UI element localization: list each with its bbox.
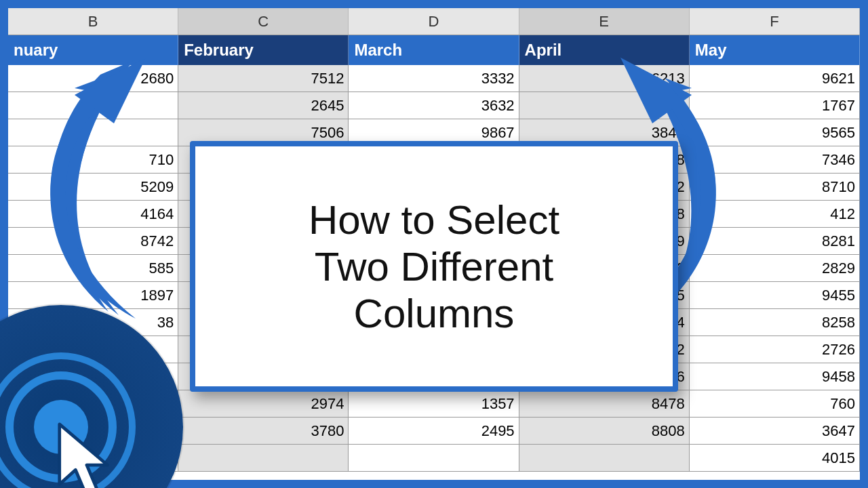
data-cell[interactable]: 3332 (349, 65, 519, 92)
data-cell[interactable]: 4015 (690, 445, 860, 472)
data-cell[interactable]: 8478 (519, 390, 690, 418)
data-cell[interactable] (519, 445, 690, 472)
column-header-c[interactable]: C (178, 8, 349, 35)
title-card: How to Select Two Different Columns (190, 141, 678, 392)
data-cell[interactable]: 9458 (690, 363, 860, 390)
column-header-f[interactable]: F (690, 8, 860, 35)
column-header-d[interactable]: D (349, 8, 519, 35)
data-cell[interactable]: 2726 (690, 336, 860, 363)
logo-rings (0, 352, 136, 488)
data-cell[interactable]: 2974 (178, 390, 349, 418)
data-cell[interactable]: 760 (690, 390, 860, 418)
column-header-b[interactable]: B (8, 8, 178, 35)
cursor-icon (51, 420, 132, 488)
data-cell[interactable]: 3632 (349, 92, 519, 119)
title-text: How to Select Two Different Columns (309, 197, 559, 337)
column-header-e[interactable]: E (519, 8, 690, 35)
data-cell[interactable]: 3647 (690, 418, 860, 445)
thumbnail-frame: B C D E F nuary February March April May… (0, 0, 868, 488)
data-cell[interactable]: 8808 (519, 418, 690, 445)
data-cell[interactable]: 2495 (349, 418, 519, 445)
column-header-row: B C D E F (8, 8, 860, 35)
data-cell[interactable]: 1357 (349, 390, 519, 418)
month-cell-march[interactable]: March (349, 35, 519, 65)
data-cell[interactable]: 3780 (178, 418, 349, 445)
data-cell[interactable] (349, 445, 519, 472)
data-cell[interactable] (178, 445, 349, 472)
